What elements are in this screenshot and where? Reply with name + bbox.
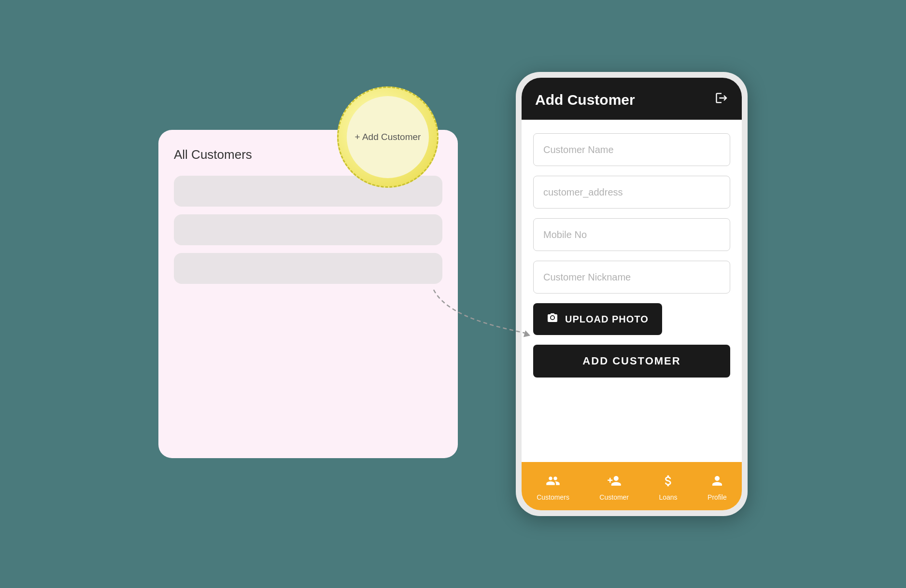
add-bubble-label: + Add Customer — [355, 132, 421, 142]
left-panel-wrapper: All Customers + Add Customer — [158, 130, 458, 458]
bottom-nav: Customers Customer — [522, 462, 742, 510]
add-customer-nav-label: Customer — [599, 493, 629, 501]
add-customer-bubble[interactable]: + Add Customer — [337, 86, 439, 188]
add-customer-button[interactable]: ADD CUSTOMER — [533, 345, 730, 378]
profile-nav-label: Profile — [708, 493, 727, 501]
nav-item-add-customer[interactable]: Customer — [599, 474, 629, 501]
customers-nav-icon — [546, 474, 560, 491]
svg-marker-0 — [524, 330, 530, 337]
customer-row — [174, 214, 442, 245]
customer-row — [174, 253, 442, 284]
nav-item-customers[interactable]: Customers — [537, 474, 569, 501]
bubble-inner: + Add Customer — [347, 96, 429, 178]
dashed-arrow-wrapper — [429, 280, 535, 350]
bubble-circle: + Add Customer — [337, 86, 439, 188]
nav-item-profile[interactable]: Profile — [708, 474, 727, 501]
phone-form-content: UPLOAD PHOTO ADD CUSTOMER — [522, 120, 742, 462]
dashed-arrow-svg — [429, 280, 535, 348]
phone-screen: Add Customer — [522, 78, 742, 510]
customers-nav-label: Customers — [537, 493, 569, 501]
phone-mockup: Add Customer — [516, 72, 748, 516]
customer-name-input[interactable] — [533, 133, 730, 166]
customer-nickname-input[interactable] — [533, 261, 730, 294]
nav-item-loans[interactable]: Loans — [659, 474, 677, 501]
main-scene: All Customers + Add Customer — [158, 72, 748, 516]
phone-header: Add Customer — [522, 78, 742, 120]
mobile-no-input[interactable] — [533, 218, 730, 251]
camera-icon — [547, 312, 558, 326]
logout-icon[interactable] — [715, 91, 728, 108]
customer-list — [174, 176, 442, 284]
add-customer-nav-icon — [607, 474, 622, 491]
upload-photo-label: UPLOAD PHOTO — [565, 314, 649, 325]
loans-nav-label: Loans — [659, 493, 677, 501]
phone-header-title: Add Customer — [535, 92, 635, 108]
profile-nav-icon — [710, 474, 724, 491]
upload-photo-button[interactable]: UPLOAD PHOTO — [533, 303, 662, 335]
loans-nav-icon — [661, 474, 676, 491]
customer-address-input[interactable] — [533, 176, 730, 209]
